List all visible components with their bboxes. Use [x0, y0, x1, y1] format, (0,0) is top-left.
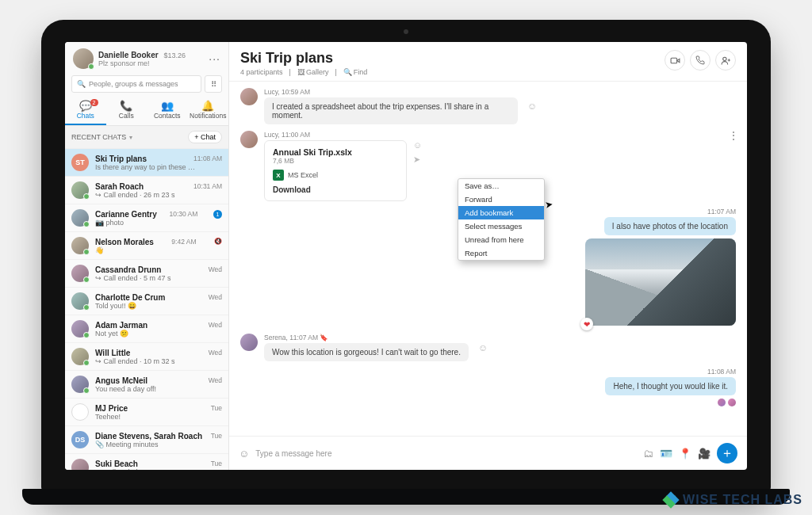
svg-point-1: [722, 57, 726, 60]
chat-list-item[interactable]: Adam JarmanWedNot yet 😕: [65, 315, 228, 343]
chat-name: Adam Jarman: [95, 321, 147, 330]
chat-icon: 💬2: [65, 101, 106, 112]
chat-list-item[interactable]: Cassandra DrunnWed↪ Call ended · 5 m 47 …: [65, 260, 228, 288]
chat-list-item[interactable]: Nelson Morales9:42 AM 🔇👋: [65, 232, 228, 260]
search-input[interactable]: 🔍 People, groups & messages: [71, 75, 201, 93]
chat-list-item[interactable]: Angus McNeilWedYou need a day off!: [65, 371, 228, 399]
chat-avatar: [71, 181, 89, 199]
gallery-link[interactable]: 🖼 Gallery: [297, 68, 329, 76]
chat-avatar: [71, 209, 89, 227]
chat-avatar: [71, 403, 89, 421]
message-text[interactable]: I created a spreadsheet about the trip e…: [264, 97, 518, 124]
conversation-header: Ski Trip plans 4 participants | 🖼 Galler…: [229, 42, 747, 82]
message-text[interactable]: Hehe, I thought you would like it.: [605, 377, 736, 395]
tab-calls[interactable]: 📞 Calls: [106, 97, 147, 125]
chat-time: 9:42 AM: [171, 238, 196, 246]
file-size: 7,6 MB: [273, 157, 398, 165]
excel-icon: X: [273, 170, 284, 181]
find-link[interactable]: 🔍 Find: [343, 68, 368, 76]
location-button[interactable]: 📍: [679, 448, 691, 460]
chat-list-item[interactable]: Sarah Roach10:31 AM↪ Call ended · 26 m 2…: [65, 177, 228, 204]
chat-time: Tue: [211, 432, 222, 441]
sender-avatar[interactable]: [240, 88, 258, 105]
add-user-icon: [721, 55, 731, 66]
chat-time: 10:31 AM: [193, 182, 222, 191]
muted-icon: 🔇: [214, 238, 222, 246]
download-button[interactable]: Download: [273, 185, 398, 194]
context-menu-item[interactable]: Report: [458, 246, 544, 260]
context-menu-item[interactable]: Select messages: [458, 219, 544, 233]
dialpad-button[interactable]: ⠿: [205, 75, 222, 93]
conversation-pane: Ski Trip plans 4 participants | 🖼 Galler…: [229, 42, 747, 470]
react-icon[interactable]: ☺: [478, 342, 488, 353]
contact-card-button[interactable]: 🪪: [660, 448, 672, 460]
sender-avatar[interactable]: [240, 334, 258, 351]
react-icon[interactable]: ☺: [527, 101, 537, 112]
chat-name: Suki Beach: [95, 460, 138, 468]
chevron-down-icon[interactable]: ▾: [129, 134, 132, 141]
emoji-button[interactable]: ☺: [239, 448, 249, 460]
chat-list-item[interactable]: DSDiane Stevens, Sarah RoachTue📎 Meeting…: [65, 426, 228, 454]
image-attachment[interactable]: [585, 238, 736, 326]
phone-icon: [695, 55, 705, 65]
sidebar-tabs: 💬2 Chats 📞 Calls 👥 Contacts 🔔 Notificati…: [65, 97, 228, 126]
chat-preview: ↪ Call ended · 27 m 29 s: [95, 468, 222, 471]
participants-count[interactable]: 4 participants: [240, 68, 283, 76]
message-text[interactable]: I also have photos of the location: [604, 217, 736, 235]
phone-icon: 📞: [106, 101, 147, 112]
chat-name: Sarah Roach: [95, 182, 144, 191]
chat-list-item[interactable]: MJ PriceTueTeehee!: [65, 399, 228, 426]
chat-time: Wed: [209, 265, 222, 274]
chat-list-item[interactable]: Carianne Gentry10:30 AM1📷 photo: [65, 204, 228, 232]
add-participant-button[interactable]: [715, 50, 736, 71]
file-attachment[interactable]: Annual Ski Trip.xslx 7,6 MB XMS Excel Do…: [264, 140, 407, 201]
new-chat-button[interactable]: + Chat: [188, 131, 222, 143]
tab-notifications[interactable]: 🔔 Notifications: [188, 97, 229, 125]
laptop-camera: [404, 29, 408, 34]
chat-time: Tue: [211, 404, 222, 413]
audio-call-button[interactable]: [690, 50, 710, 71]
message-text[interactable]: Wow this location is gorgeous! I can't w…: [264, 343, 469, 361]
context-menu-item[interactable]: Forward: [458, 193, 544, 206]
search-placeholder: People, groups & messages: [89, 80, 178, 88]
context-menu-item[interactable]: Save as…: [458, 179, 544, 193]
video-call-button[interactable]: [665, 50, 685, 71]
forward-icon[interactable]: ➤: [413, 154, 422, 165]
message-meta: Serena, 11:07 AM 🔖: [264, 334, 469, 341]
chat-time: Wed: [209, 349, 222, 357]
message-meta: Lucy, 11:00 AM: [264, 131, 422, 139]
chat-list-item[interactable]: STSki Trip plans11:08 AMIs there any way…: [65, 149, 228, 177]
schedule-call-button[interactable]: 🎥: [698, 448, 710, 460]
chat-name: Diane Stevens, Sarah Roach: [95, 432, 202, 441]
tab-contacts[interactable]: 👥 Contacts: [147, 97, 188, 125]
chat-preview: ↪ Call ended · 26 m 23 s: [95, 191, 222, 199]
chat-name: Angus McNeil: [95, 376, 147, 385]
chat-list-item[interactable]: Suki BeachTue↪ Call ended · 27 m 29 s: [65, 454, 228, 470]
chat-list-item[interactable]: Will LittleWed↪ Call ended · 10 m 32 s: [65, 343, 228, 371]
more-menu-button[interactable]: ···: [209, 52, 220, 65]
me-avatar[interactable]: [73, 48, 94, 69]
heart-reaction-icon[interactable]: ❤: [580, 318, 593, 330]
chat-list-item[interactable]: Charlotte De CrumWedTold you!! 😄: [65, 288, 228, 315]
more-actions-button[interactable]: ＋: [717, 443, 737, 464]
sender-avatar[interactable]: [240, 131, 258, 148]
chat-name: MJ Price: [95, 404, 128, 413]
gallery-label: Gallery: [306, 68, 329, 76]
message-thread: ⋮ Lucy, 10:59 AM I created a spreadsheet…: [229, 82, 747, 436]
chat-preview: Is there any way to pin these …: [95, 163, 222, 171]
me-mood[interactable]: Plz sponsor me!: [98, 59, 186, 67]
context-menu-item[interactable]: Unread from here: [458, 233, 544, 246]
composer-input[interactable]: Type a message here: [255, 449, 637, 458]
tab-chats[interactable]: 💬2 Chats: [65, 97, 106, 125]
watermark: WISE TECH LABS: [664, 493, 802, 507]
context-menu-item[interactable]: Add bookmark: [458, 206, 544, 219]
message-more-button[interactable]: ⋮: [728, 129, 739, 142]
react-icon[interactable]: ☺: [413, 140, 422, 150]
chat-avatar: ST: [71, 154, 89, 171]
chat-time: Wed: [209, 293, 222, 302]
chat-preview: 👋: [95, 246, 222, 254]
chat-preview: Teehee!: [95, 413, 222, 421]
contacts-icon: 👥: [147, 101, 188, 112]
message-outgoing: 11:08 AM Hehe, I thought you would like …: [240, 368, 736, 406]
attach-file-button[interactable]: 🗂: [643, 448, 653, 460]
